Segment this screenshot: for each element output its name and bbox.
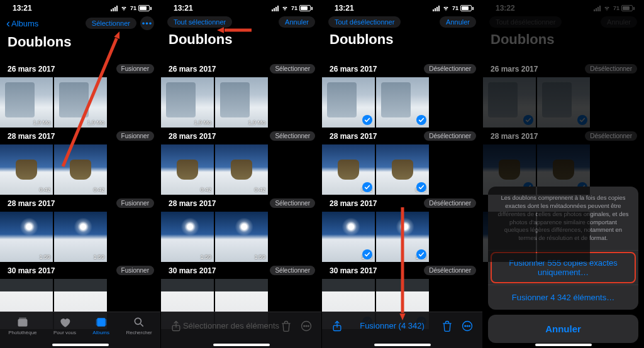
tab-photothèque[interactable]: Photothèque [8, 316, 36, 335]
photo-thumb[interactable]: 1,9 Mo [161, 77, 214, 128]
photo-thumb[interactable]: 1:59 [483, 212, 536, 262]
phone-screen-2: 13:21 71 Tout sélectionner Annuler Doubl… [161, 0, 322, 348]
group-date: 28 mars 2017 [169, 132, 216, 141]
action-sheet: Les doublons comprennent à la fois des c… [488, 187, 638, 343]
photo-thumb[interactable]: 1:59 [322, 212, 375, 262]
select-button[interactable]: Sélectionner [86, 18, 136, 29]
group-action-pill[interactable]: Désélectionner [424, 198, 476, 208]
tab-rechercher[interactable]: Rechercher [126, 316, 152, 335]
share-icon[interactable] [331, 320, 343, 332]
group-header: 28 mars 2017 Désélectionner [322, 128, 482, 144]
group-action-pill[interactable]: Fusionner [116, 198, 154, 208]
photo-thumb[interactable]: 1:59 [376, 212, 429, 262]
tab-albums[interactable]: Albums [92, 316, 109, 335]
selected-check-icon [577, 182, 587, 192]
group-action-pill[interactable]: Désélectionner [424, 64, 476, 73]
cancel-button[interactable]: Annuler [440, 16, 476, 28]
group-header: 30 mars 2017 Fusionner [0, 262, 160, 279]
selection-toolbar: Sélectionner des éléments [161, 312, 321, 348]
photo-thumb[interactable]: 1,9 Mo [54, 77, 107, 128]
group-header: 28 mars 2017 Sélectionner [161, 195, 321, 212]
status-bar: 13:21 71 [0, 0, 160, 14]
thumb-row: 1:59 1:59 [161, 212, 321, 262]
photo-thumb[interactable] [537, 77, 590, 128]
group-action-pill[interactable]: Fusionner [116, 64, 154, 73]
home-indicator [535, 344, 592, 346]
select-all-button[interactable]: Tout désélectionner [328, 16, 401, 28]
photo-thumb[interactable]: 1,9 Mo [0, 77, 53, 128]
cancel-button[interactable]: Annuler [279, 16, 315, 28]
more-icon [300, 320, 313, 332]
thumb-row: 1,9 Mo 1,9 Mo [0, 77, 160, 128]
photo-thumb[interactable]: 1:59 [215, 212, 268, 262]
trash-icon[interactable] [441, 320, 453, 332]
photo-thumb[interactable]: 0:42 [161, 144, 214, 195]
thumb-badge: 0:42 [522, 187, 533, 193]
photo-thumb[interactable] [483, 77, 536, 128]
group-date: 30 mars 2017 [169, 266, 216, 275]
sheet-cancel[interactable]: Annuler [488, 315, 638, 343]
thumb-badge: 1:59 [200, 254, 211, 260]
group-action-pill[interactable]: Fusionner [116, 131, 154, 141]
battery-pct: 71 [291, 5, 297, 11]
photo-thumb[interactable]: 1:59 [161, 212, 214, 262]
photo-thumb[interactable]: 1:59 [537, 212, 590, 262]
photo-thumb[interactable]: 1,9 Mo [215, 77, 268, 128]
selected-check-icon [362, 115, 372, 125]
thumb-badge: 0:42 [576, 187, 587, 193]
status-time: 13:21 [13, 4, 32, 13]
home-indicator [52, 344, 109, 346]
back-button[interactable]: ‹Albums [6, 18, 38, 29]
photo-thumb[interactable]: 0:42 [0, 144, 53, 195]
thumb-row: 1:59 1:59 [322, 212, 482, 262]
photo-thumb[interactable]: 0:42 [537, 144, 590, 195]
home-indicator [213, 344, 270, 346]
thumb-badge: 1:59 [93, 254, 104, 260]
group-action-pill[interactable]: Sélectionner [270, 131, 315, 141]
status-time: 13:21 [335, 4, 354, 13]
nav-bar: ‹Albums Sélectionner ••• [0, 14, 160, 34]
more-button[interactable]: ••• [140, 16, 154, 30]
photo-thumb[interactable]: 0:42 [376, 144, 429, 195]
selected-check-icon [523, 115, 533, 125]
group-action-pill[interactable]: Désélectionner [424, 266, 476, 275]
phone-screen-4: 13:22 71 Tout désélectionner Annuler Dou… [483, 0, 644, 348]
photo-thumb[interactable]: 1:59 [0, 212, 53, 262]
photo-thumb[interactable]: 0:42 [54, 144, 107, 195]
cellular-icon [111, 6, 118, 11]
cellular-icon [433, 6, 440, 11]
tab-pour vous[interactable]: Pour vous [53, 316, 76, 335]
svg-point-5 [135, 318, 141, 324]
thumb-badge: 1,9 Mo [194, 119, 211, 126]
photo-thumb[interactable] [322, 77, 375, 128]
page-title: Doublons [161, 31, 321, 53]
more-icon[interactable] [461, 320, 474, 332]
tab-label: Pour vous [53, 330, 76, 335]
group-action-pill[interactable]: Sélectionner [270, 64, 315, 73]
toolbar-mid-label[interactable]: Fusionner (4 342) [360, 321, 425, 330]
page-title: Doublons [322, 31, 482, 53]
groups-list: 26 mars 2017 Fusionner 1,9 Mo 1,9 Mo 28 … [0, 60, 160, 348]
sheet-merge-all[interactable]: Fusionner 4 342 éléments… [488, 285, 638, 310]
group-action-pill[interactable]: Sélectionner [270, 266, 315, 275]
photo-thumb[interactable] [376, 77, 429, 128]
photo-thumb[interactable]: 0:42 [215, 144, 268, 195]
group-header: 26 mars 2017 Désélectionner [322, 60, 482, 77]
battery-pct: 71 [130, 5, 136, 11]
selected-check-icon [577, 249, 587, 259]
thumb-row: 0:42 0:42 [0, 144, 160, 195]
wifi-icon [120, 6, 128, 11]
thumb-badge: 1,9 Mo [248, 119, 265, 126]
photo-thumb[interactable]: 0:42 [483, 144, 536, 195]
group-action-pill[interactable]: Sélectionner [270, 198, 315, 208]
nav-bar: Tout sélectionner Annuler [161, 14, 321, 31]
group-action-pill[interactable]: Désélectionner [424, 131, 476, 141]
photo-thumb[interactable]: 0:42 [322, 144, 375, 195]
photo-thumb[interactable]: 1:59 [54, 212, 107, 262]
select-all-button[interactable]: Tout sélectionner [167, 16, 232, 28]
group-date: 26 mars 2017 [8, 65, 55, 73]
group-action-pill[interactable]: Fusionner [116, 266, 154, 275]
trash-icon [280, 320, 292, 332]
selected-check-icon [362, 182, 372, 192]
thumb-row: 0:42 0:42 [322, 144, 482, 195]
